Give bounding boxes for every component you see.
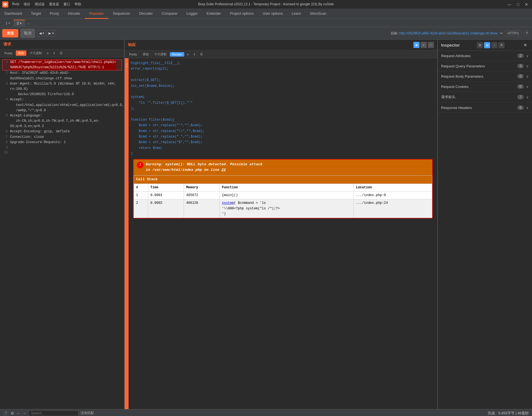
inspector-query-params[interactable]: Request Query Parameters 3 ∨ bbox=[438, 61, 532, 71]
tab-comparer[interactable]: Comparer bbox=[157, 9, 182, 19]
format-icon-1[interactable]: ≡ bbox=[45, 51, 50, 55]
inspector-filter-icon[interactable]: ⇅ bbox=[498, 42, 505, 48]
request-line-10: 10 bbox=[2, 150, 122, 156]
menu-burp[interactable]: Burp bbox=[11, 1, 21, 7]
code-line-6: "ls '".filter($_GET[1])."'" bbox=[131, 100, 435, 106]
prev-arrow[interactable]: ◀ ▾ bbox=[37, 30, 46, 37]
repeater-tabs: 1 × 2 × ... bbox=[0, 19, 532, 27]
resp-format-pretty[interactable]: Pretty bbox=[127, 52, 139, 57]
format-raw[interactable]: 原始 bbox=[16, 50, 26, 56]
response-code-area[interactable]: highlight_file(__FILE__); error_reportin… bbox=[129, 58, 437, 409]
code-line-8: function filter($cmd){ bbox=[131, 117, 435, 123]
code-line-3: extract($_GET); bbox=[131, 77, 435, 83]
chevron-down-icon-5: ∨ bbox=[526, 105, 529, 110]
tab-decoder[interactable]: Decoder bbox=[135, 9, 157, 19]
inspector-sort-icon[interactable]: ↕ bbox=[491, 42, 497, 48]
code-line-1: highlight_file(__FILE__); bbox=[131, 60, 435, 66]
inspector-body-params[interactable]: Request Body Parameters 0 ∨ bbox=[438, 71, 532, 82]
row2-num: 2 bbox=[134, 199, 148, 218]
resp-format-hex[interactable]: 十六进制 bbox=[152, 52, 169, 57]
request-line-1: 1 GET /?name=error_log&value=/var/www/ht… bbox=[2, 59, 122, 70]
resp-format-menu[interactable]: ☰ bbox=[198, 52, 204, 57]
resp-format-icon1[interactable]: ≡ bbox=[185, 52, 190, 57]
tab-target[interactable]: Target bbox=[27, 9, 45, 19]
request-line-3: 3 User-Agent: Mozilla/5.0 (Windows NT 10… bbox=[2, 81, 122, 97]
http-version-selector[interactable]: HTTP/1 bbox=[505, 30, 521, 36]
resp-format-render[interactable]: Render bbox=[170, 52, 184, 57]
repeater-tab-2[interactable]: 2 × bbox=[14, 20, 25, 26]
tab-logger[interactable]: Logger bbox=[182, 9, 202, 19]
inspector-grid-icon[interactable]: ⊞ bbox=[477, 42, 483, 48]
inspector-list-icon[interactable]: ▤ bbox=[484, 42, 490, 48]
help-circle-icon[interactable]: ? bbox=[3, 411, 8, 416]
view-grid-icon[interactable]: ⊞ bbox=[413, 42, 420, 48]
warning-icon: ! bbox=[137, 162, 144, 168]
menu-help[interactable]: 帮助 bbox=[73, 1, 83, 7]
warning-header: ! Warning: system(): NULL byte detected.… bbox=[134, 159, 432, 176]
request-code-area[interactable]: 1 GET /?name=error_log&value=/var/www/ht… bbox=[0, 57, 124, 409]
minimize-button[interactable]: — bbox=[506, 2, 513, 7]
request-line-4b: text/html,application/xhtml+xml,applicat… bbox=[2, 103, 122, 113]
maximize-button[interactable]: □ bbox=[515, 2, 521, 7]
tab-extender[interactable]: Extender bbox=[202, 9, 226, 19]
resp-format-raw[interactable]: 原始 bbox=[140, 52, 151, 57]
request-format-tabs: Pretty 原始 十六进制 ≡ ⇓ ☰ bbox=[0, 49, 124, 57]
inspector-close-button[interactable]: ✕ bbox=[522, 42, 529, 48]
cancel-button[interactable]: 取消 bbox=[21, 29, 35, 38]
menu-repeater[interactable]: 重发器 bbox=[47, 1, 61, 7]
main-content-area: 请求 Pretty 原始 十六进制 ≡ ⇓ ☰ 1 GET /?name=err… bbox=[0, 40, 532, 409]
inspector-request-headers[interactable]: 请求标头 7 ∨ bbox=[438, 92, 532, 103]
inspector-cookies[interactable]: Request Cookies 0 ∨ bbox=[438, 82, 532, 92]
target-url-link[interactable]: http://2fa2962f-a892-42c6-abd2-0a186ea1a… bbox=[399, 31, 497, 35]
next-arrow[interactable]: ▶ ▾ bbox=[47, 30, 55, 37]
tab-learn[interactable]: Learn bbox=[287, 9, 305, 19]
menu-tester[interactable]: 测试器 bbox=[33, 1, 46, 7]
inspector-response-headers[interactable]: Response Headers 6 ∨ bbox=[438, 103, 532, 113]
inspector-header: Inspector ⊞ ▤ ↕ ⇅ ✕ bbox=[438, 40, 532, 51]
code-line-4: ini_set($name,$value); bbox=[131, 83, 435, 89]
code-line-5: system( bbox=[131, 94, 435, 100]
sidebar-t-char: t bbox=[125, 64, 128, 65]
resp-format-icon2[interactable]: ⇓ bbox=[191, 52, 197, 57]
tab-proxy[interactable]: Proxy bbox=[45, 9, 63, 19]
repeater-tab-more[interactable]: ... bbox=[25, 20, 32, 26]
help-button[interactable]: ? bbox=[524, 30, 530, 36]
left-sidebar: t i bbox=[125, 58, 129, 409]
inspector-view-icons: ⊞ ▤ ↕ ⇅ bbox=[477, 42, 505, 48]
code-blank-1 bbox=[131, 72, 435, 77]
nav-forward-icon[interactable]: → bbox=[22, 411, 26, 415]
format-menu[interactable]: ☰ bbox=[58, 51, 64, 55]
repeater-tab-1[interactable]: 1 × bbox=[2, 20, 14, 26]
view-dots-icon[interactable]: ⋯ bbox=[428, 42, 434, 48]
inspector-item-right: 0 ∨ bbox=[517, 84, 529, 89]
tab-shiroscan[interactable]: ShiroScan bbox=[305, 9, 331, 19]
view-list-icon[interactable]: ≡ bbox=[421, 42, 427, 48]
request-line-8: 8 Upgrade-Insecure-Requests: 1 bbox=[2, 140, 122, 145]
close-button[interactable]: ✕ bbox=[523, 2, 530, 7]
menu-project[interactable]: 项目 bbox=[22, 1, 32, 7]
settings-icon[interactable]: ⚙ bbox=[11, 411, 14, 415]
search-input[interactable] bbox=[29, 410, 78, 416]
code-line-9: $cmd = str_replace("'","",$cmd); bbox=[131, 123, 435, 128]
tab-user-options[interactable]: User options bbox=[258, 9, 287, 19]
tab-repeater[interactable]: Repeater bbox=[85, 9, 108, 19]
function-link[interactable]: system bbox=[222, 201, 234, 205]
titlebar: Burp 项目 测试器 重发器 窗口 帮助 Burp Suite Profess… bbox=[0, 0, 532, 9]
row1-time: 0.0001 bbox=[148, 192, 184, 199]
edit-icon[interactable]: ✏ bbox=[500, 31, 503, 35]
inspector-request-attributes[interactable]: Request Attributes 2 ∨ bbox=[438, 51, 532, 61]
format-pretty[interactable]: Pretty bbox=[2, 51, 15, 55]
format-icon-2[interactable]: ⇓ bbox=[51, 51, 57, 55]
format-hex[interactable]: 十六进制 bbox=[27, 50, 44, 56]
send-button[interactable]: 发送 bbox=[2, 29, 18, 37]
tab-sequencer[interactable]: Sequencer bbox=[108, 9, 135, 19]
warning-text: Warning: system(): NULL byte detected. P… bbox=[146, 162, 262, 173]
tab-intruder[interactable]: Intruder bbox=[63, 9, 85, 19]
menu-window[interactable]: 窗口 bbox=[62, 1, 72, 7]
tab-project-options[interactable]: Project options bbox=[226, 9, 258, 19]
inspector-item-label: Request Cookies bbox=[441, 85, 469, 89]
row2-location: .../index.php:24 bbox=[354, 199, 432, 218]
request-toolbar: 发送 取消 ◀ ▾ ▶ ▾ 目标: http://2fa2962f-a892-4… bbox=[0, 27, 532, 40]
nav-back-icon[interactable]: ← bbox=[16, 411, 20, 415]
tab-dashboard[interactable]: Dashboard bbox=[0, 9, 27, 19]
